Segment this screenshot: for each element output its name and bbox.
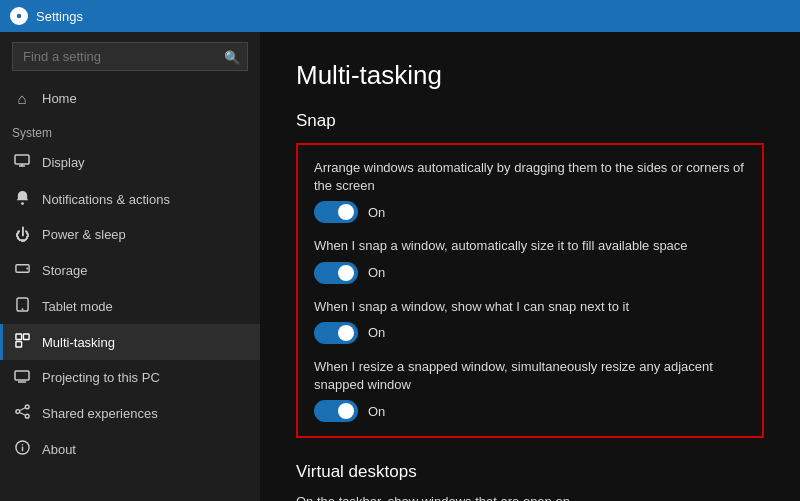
toggle-label-2: On [368,325,385,340]
snap-settings-box: Arrange windows automatically by draggin… [296,143,764,438]
svg-point-8 [21,308,23,310]
sidebar-item-label: Shared experiences [42,406,158,421]
sidebar-item-multitasking[interactable]: Multi-tasking [0,324,260,360]
snap-item-label-1: When I snap a window, automatically size… [314,237,746,255]
content-area: Multi-tasking Snap Arrange windows autom… [260,32,800,501]
sidebar-item-label: Tablet mode [42,299,113,314]
sidebar-item-label: Power & sleep [42,227,126,242]
snap-item-0: Arrange windows automatically by draggin… [314,159,746,223]
sidebar-item-projecting[interactable]: Projecting to this PC [0,360,260,395]
sidebar: 🔍 ⌂ Home System Display [0,32,260,501]
sidebar-item-label: Storage [42,263,88,278]
tablet-icon [12,297,32,315]
sidebar-item-label: Notifications & actions [42,192,170,207]
sidebar-item-tablet[interactable]: Tablet mode [0,288,260,324]
search-input[interactable] [12,42,248,71]
toggle-row-3: On [314,400,746,422]
vd-section-title: Virtual desktops [296,462,764,482]
sidebar-item-about[interactable]: About [0,431,260,467]
sidebar-item-label: Display [42,155,85,170]
sidebar-item-storage[interactable]: Storage [0,252,260,288]
display-icon [12,153,32,172]
svg-rect-10 [23,334,29,340]
snap-item-1: When I snap a window, automatically size… [314,237,746,283]
storage-icon [12,261,32,279]
svg-line-17 [19,408,25,411]
svg-rect-1 [15,155,29,164]
toggle-row-2: On [314,322,746,344]
settings-icon [10,7,28,25]
about-icon [12,440,32,458]
svg-point-14 [25,405,29,409]
toggle-label-1: On [368,265,385,280]
search-icon: 🔍 [224,49,240,64]
sidebar-item-display[interactable]: Display [0,144,260,181]
sidebar-item-power[interactable]: ⏻ Power & sleep [0,217,260,252]
snap-item-2: When I snap a window, show what I can sn… [314,298,746,344]
svg-point-4 [21,202,24,205]
snap-toggle-2[interactable] [314,322,358,344]
snap-toggle-3[interactable] [314,400,358,422]
vd-taskbar-label: On the taskbar, show windows that are op… [296,494,764,501]
sidebar-item-home[interactable]: ⌂ Home [0,81,260,116]
sidebar-item-shared[interactable]: Shared experiences [0,395,260,431]
toggle-label-3: On [368,404,385,419]
notifications-icon [12,190,32,208]
sidebar-item-label: Home [42,91,77,106]
toggle-row-0: On [314,201,746,223]
toggle-thumb-2 [338,325,354,341]
toggle-row-1: On [314,262,746,284]
svg-point-16 [25,414,29,418]
svg-line-18 [19,412,25,415]
sidebar-item-label: Projecting to this PC [42,370,160,385]
snap-toggle-0[interactable] [314,201,358,223]
svg-point-6 [26,268,28,270]
svg-point-21 [21,444,23,446]
snap-section-title: Snap [296,111,764,131]
window-title: Settings [36,9,83,24]
system-section-label: System [0,116,260,144]
snap-item-label-2: When I snap a window, show what I can sn… [314,298,746,316]
svg-rect-12 [15,371,29,380]
main-layout: 🔍 ⌂ Home System Display [0,32,800,501]
sidebar-item-label: About [42,442,76,457]
toggle-thumb-1 [338,265,354,281]
sidebar-item-label: Multi-tasking [42,335,115,350]
toggle-thumb-3 [338,403,354,419]
svg-rect-11 [15,341,21,347]
search-box[interactable]: 🔍 [12,42,248,71]
home-icon: ⌂ [12,90,32,107]
title-bar: Settings [0,0,800,32]
svg-rect-9 [15,334,21,340]
sidebar-item-notifications[interactable]: Notifications & actions [0,181,260,217]
snap-item-3: When I resize a snapped window, simultan… [314,358,746,422]
virtual-desktops-section: Virtual desktops On the taskbar, show wi… [296,462,764,501]
snap-toggle-1[interactable] [314,262,358,284]
snap-item-label-3: When I resize a snapped window, simultan… [314,358,746,394]
snap-item-label-0: Arrange windows automatically by draggin… [314,159,746,195]
multitasking-icon [12,333,32,351]
power-icon: ⏻ [12,226,32,243]
svg-point-15 [15,410,19,414]
toggle-label-0: On [368,205,385,220]
projecting-icon [12,369,32,386]
page-title: Multi-tasking [296,60,764,91]
shared-icon [12,404,32,422]
